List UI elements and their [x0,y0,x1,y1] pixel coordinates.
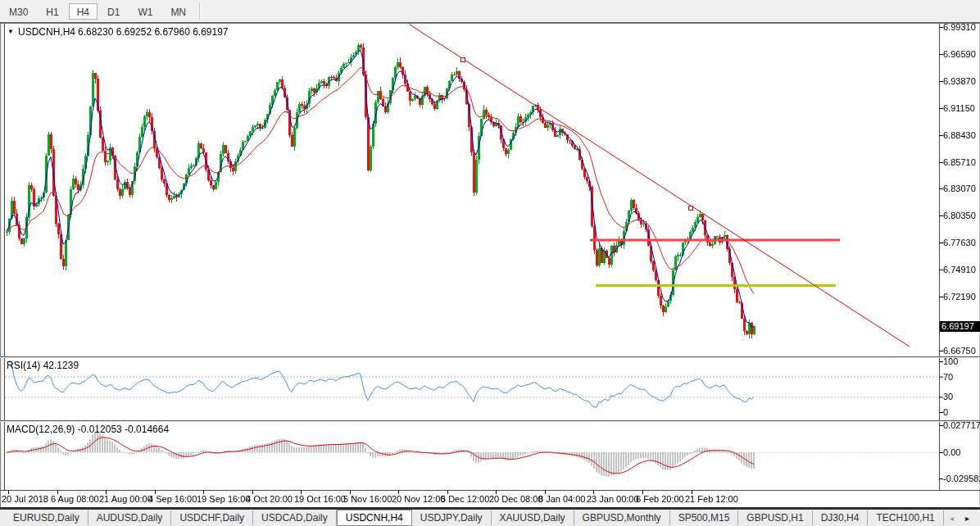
timeframe-button-d1[interactable]: D1 [99,3,128,20]
price-axis-tick-label: 6.74910 [943,265,976,274]
price-axis-tick-label: 6.91150 [943,103,975,113]
price-axis-tick-label: 6.77630 [943,238,976,247]
timeframe-button-h4[interactable]: H4 [69,3,98,20]
tab-usdjpy[interactable]: USDJPY,Daily [412,510,492,525]
time-axis-label: 20 Dec 08:00 [489,494,542,504]
time-axis-label: 6 Feb 20:00 [636,494,684,504]
tabs-scroll-left-icon[interactable]: ◂ [944,514,960,523]
timeframe-button-mn[interactable]: MN [162,3,194,20]
time-axis-label: 6 Aug 08:00 [51,494,99,504]
tab-scroll-arrows: ◂▸ [944,514,980,523]
time-axis-label: 21 Aug 00:00 [99,494,152,504]
time-axis-label: 5 Dec 12:00 [441,494,489,504]
time-axis-label: 21 Feb 12:00 [685,494,738,504]
tab-usdcad[interactable]: USDCAD,Daily [253,510,337,525]
timeframe-button-h1[interactable]: H1 [38,3,66,20]
tab-xauusd[interactable]: XAUUSD,Daily [492,510,574,525]
current-price-label: 6.69197 [940,321,980,332]
macd-label: MACD(12,26,9) -0.012053 -0.014664 [7,424,169,435]
tab-sp500[interactable]: SP500,M15 [670,510,739,525]
price-axis-tick-label: 6.80350 [943,211,976,220]
timeframe-button-m30[interactable]: M30 [1,3,36,20]
tab-gbpusd[interactable]: GBPUSD,H1 [738,510,812,525]
tab-audusd[interactable]: AUDUSD,Daily [88,510,172,525]
time-axis-label: 4 Sep 16:00 [148,494,197,504]
rsi-axis-tick-label: 100 [943,356,958,366]
time-axis-label: 8 Jan 04:00 [538,494,586,504]
rsi-axis-tick-label: 30 [943,392,953,401]
tab-gbpusd[interactable]: GBPUSD,Monthly [574,510,670,525]
time-axis-label: 23 Jan 00:00 [587,494,639,504]
time-axis-label: 20 Jul 2018 [2,494,48,504]
tab-eurusd[interactable]: EURUSD,Daily [5,510,88,525]
tabs-scroll-right-icon[interactable]: ▸ [960,514,975,523]
time-axis-label: 4 Oct 20:00 [246,494,293,504]
time-axis-label: 20 Nov 12:00 [392,494,445,504]
price-axis-tick-label: 6.72190 [943,292,976,302]
chart-title-ohlc: 6.68230 6.69252 6.67960 6.69197 [78,26,229,38]
timeframe-toolbar: M30H1H4D1W1MN [0,0,980,23]
symbol-tabbar: EURUSD,DailyAUDUSD,DailyUSDCHF,DailyUSDC… [0,508,980,526]
tab-dj30[interactable]: DJ30,H4 [813,510,869,525]
price-axis-tick-label: 6.85710 [943,157,976,167]
price-axis-tick-label: 6.83070 [943,184,976,193]
tab-usdcnh[interactable]: USDCNH,H4 [337,510,412,526]
price-axis-tick-label: 6.66750 [943,346,976,356]
rsi-indicator-region[interactable] [5,358,939,419]
toolbar-separator [199,3,201,20]
timeframe-button-w1[interactable]: W1 [129,3,161,20]
rsi-axis-tick-label: 0 [943,407,948,417]
tab-usdchf[interactable]: USDCHF,Daily [171,510,253,525]
time-axis-label: 19 Sep 16:00 [197,494,250,504]
tab-tech100[interactable]: TECH100,H1 [868,510,943,525]
rsi-label: RSI(14) 42.1239 [7,360,79,371]
price-axis-tick-label: 6.93870 [943,76,976,86]
macd-axis-tick-label: 0.027717 [943,420,980,430]
macd-axis-tick-label: 0.00 [943,447,960,457]
main-price-chart-region[interactable] [5,25,939,356]
chart-window: ▼ USDCNH,H4 6.68230 6.69252 6.67960 6.69… [0,23,980,508]
chart-title-symbol: USDCNH,H4 [18,26,75,38]
macd-axis-tick-label: -0.029582 [943,474,980,483]
chart-marker-icon: ▼ [7,29,14,35]
price-axis-tick-label: 6.88430 [943,130,976,140]
time-axis-label: 19 Oct 16:00 [294,494,346,504]
price-axis-tick-label: 6.96590 [943,49,976,59]
rsi-axis-tick-label: 70 [943,372,953,382]
time-axis-label: 5 Nov 16:00 [343,494,392,504]
price-axis-tick-label: 6.99310 [943,22,976,32]
